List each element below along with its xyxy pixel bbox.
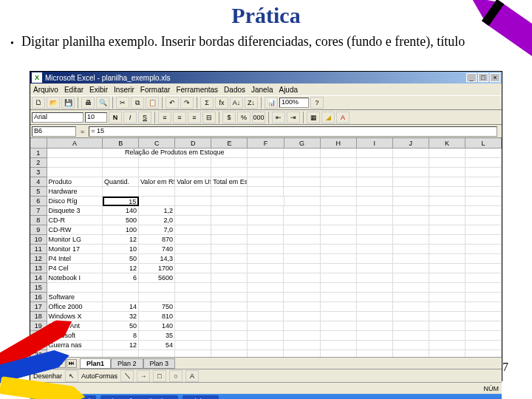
cell[interactable]: 1,2 <box>139 206 175 216</box>
cell[interactable] <box>429 216 466 225</box>
cell[interactable] <box>175 187 211 197</box>
cell[interactable] <box>248 350 284 357</box>
cell[interactable] <box>357 245 393 254</box>
cell[interactable] <box>321 235 357 245</box>
cell[interactable] <box>175 293 211 302</box>
cell[interactable] <box>284 293 320 302</box>
cell[interactable] <box>393 254 429 264</box>
menu-formatar[interactable]: Formatar <box>140 86 171 94</box>
cell[interactable] <box>47 283 103 293</box>
rect-icon[interactable]: □ <box>153 370 166 382</box>
cell[interactable] <box>248 187 284 197</box>
cell[interactable] <box>284 264 320 273</box>
cell[interactable] <box>321 177 357 187</box>
cell[interactable]: 100 <box>103 225 139 235</box>
close-button[interactable]: × <box>490 73 500 82</box>
cell[interactable] <box>357 321 393 331</box>
cell[interactable] <box>466 302 502 312</box>
cell[interactable] <box>321 350 357 357</box>
cell[interactable] <box>175 350 211 357</box>
cell[interactable] <box>103 293 139 302</box>
cell[interactable] <box>429 235 466 245</box>
maximize-button[interactable]: □ <box>478 73 488 82</box>
comma-icon[interactable]: 000 <box>252 112 265 123</box>
cell[interactable] <box>393 197 429 206</box>
save-icon[interactable]: 💾 <box>61 97 75 109</box>
menu-arquivo[interactable]: Arquivo <box>33 86 58 94</box>
borders-icon[interactable]: ▦ <box>307 112 320 123</box>
cell[interactable] <box>211 245 248 254</box>
bold-button[interactable]: N <box>109 112 122 123</box>
cell[interactable] <box>103 283 139 293</box>
cell[interactable] <box>248 273 284 283</box>
rowhead-16[interactable]: 16 <box>30 293 47 302</box>
cell[interactable] <box>357 283 393 293</box>
menu-exibir[interactable]: Exibir <box>89 86 108 94</box>
sum-icon[interactable]: Σ <box>200 97 214 109</box>
cell[interactable] <box>103 350 139 357</box>
col-d[interactable]: D <box>175 138 211 148</box>
cell[interactable]: 50 <box>103 321 139 331</box>
print-icon[interactable]: 🖶 <box>81 97 95 109</box>
cell[interactable]: Valor em R$ <box>139 177 175 187</box>
cell[interactable] <box>139 168 175 177</box>
cell[interactable] <box>357 273 393 283</box>
cell[interactable] <box>393 273 429 283</box>
cell[interactable]: 140 <box>103 206 139 216</box>
cell[interactable]: 740 <box>139 245 175 254</box>
cell[interactable]: 12 <box>103 235 139 245</box>
font-select[interactable]: Arial <box>32 112 83 123</box>
cell[interactable] <box>466 321 502 331</box>
cell[interactable]: 14,3 <box>139 254 175 264</box>
align-left-icon[interactable]: ≡ <box>158 112 171 123</box>
cell[interactable]: 14 <box>103 302 139 312</box>
cell[interactable] <box>175 273 211 283</box>
task-item-2[interactable]: Microsoft Excel - pla... <box>100 395 178 399</box>
cell[interactable] <box>393 216 429 225</box>
cell[interactable] <box>321 225 357 235</box>
cell[interactable] <box>284 273 320 283</box>
cell[interactable] <box>248 293 284 302</box>
cell[interactable] <box>248 216 284 225</box>
cell[interactable] <box>211 273 248 283</box>
cell[interactable] <box>284 302 320 312</box>
chart-icon[interactable]: 📊 <box>265 97 278 109</box>
cell[interactable] <box>284 187 320 197</box>
cell[interactable] <box>175 341 211 350</box>
copy-icon[interactable]: ⧉ <box>131 97 144 109</box>
cell[interactable] <box>393 302 429 312</box>
cell[interactable] <box>248 197 284 206</box>
cell[interactable] <box>357 149 393 158</box>
cell[interactable] <box>429 158 466 168</box>
cell[interactable]: 500 <box>103 216 139 225</box>
cell[interactable] <box>175 312 211 321</box>
cell[interactable] <box>429 283 466 293</box>
cell[interactable]: 870 <box>139 235 175 245</box>
cell[interactable] <box>321 341 357 350</box>
cell[interactable] <box>429 273 466 283</box>
align-center-icon[interactable]: ≡ <box>173 112 186 123</box>
cell[interactable] <box>429 187 466 197</box>
cell[interactable] <box>393 177 429 187</box>
col-i[interactable]: I <box>357 138 393 148</box>
cell[interactable] <box>248 245 284 254</box>
cell[interactable]: Software <box>47 293 103 302</box>
fontsize-select[interactable]: 10 <box>85 112 107 123</box>
rowhead-10[interactable]: 10 <box>30 235 47 245</box>
cell[interactable] <box>284 331 320 341</box>
preview-icon[interactable]: 🔍 <box>96 97 109 109</box>
cell[interactable] <box>284 245 320 254</box>
cell[interactable] <box>175 283 211 293</box>
cell[interactable] <box>284 197 321 206</box>
zoom-box[interactable]: 100% <box>279 98 309 108</box>
col-h[interactable]: H <box>321 138 357 148</box>
cell[interactable]: 54 <box>139 341 175 350</box>
menu-dados[interactable]: Dados <box>224 86 245 94</box>
cell[interactable] <box>321 168 357 177</box>
rowhead-14[interactable]: 14 <box>30 273 47 283</box>
cell[interactable] <box>211 302 248 312</box>
cut-icon[interactable]: ✂ <box>116 97 129 109</box>
cell[interactable]: 50 <box>103 254 139 264</box>
cell[interactable]: 8 <box>103 331 139 341</box>
col-b[interactable]: B <box>103 138 139 148</box>
